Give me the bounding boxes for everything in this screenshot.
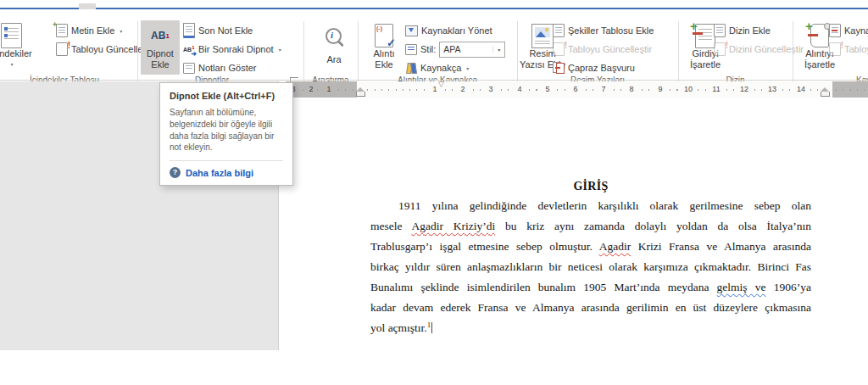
toc-button[interactable]: İçindekiler ▾ [0,20,44,75]
chevron-down-icon: ▾ [120,28,122,34]
insert-footnote-button[interactable]: AB1 Dipnot Ekle [141,20,180,75]
update-table-icon: ! [829,42,841,56]
tooltip-link-label: Daha fazla bilgi [186,168,253,178]
toc-button-label: İçindekiler [0,48,32,59]
insert-table-of-authorities-label: Kaynakça Tablosu Ekle [844,25,868,36]
footnote-icon: AB1 [151,23,170,48]
update-table-icon: ! [56,42,68,56]
first-line-indent-marker[interactable]: ▽ [438,80,444,88]
manage-sources-icon [405,25,418,36]
left-indent-marker[interactable] [356,92,365,97]
table-of-figures-icon [553,24,565,37]
insert-index-icon [714,24,726,37]
ruler-number: 14 [796,85,806,94]
insert-endnote-button[interactable]: Son Not Ekle [183,23,253,38]
insert-endnote-label: Son Not Ekle [198,25,253,36]
add-text-label: Metin Ekle [71,25,114,36]
insert-citation-button[interactable]: (-)✓ Alıntı Ekle [364,20,403,75]
insert-caption-label-1: Resim [529,48,555,59]
text-cursor [431,322,432,333]
insert-caption-icon [531,23,554,48]
insert-citation-label-2: Ekle [375,59,392,70]
ruler-number: 4 [515,85,525,94]
insert-table-of-authorities-button[interactable]: Kaynakça Tablosu Ekle [829,23,868,38]
mark-entry-label-2: İşaretle [690,59,721,70]
references-ribbon: İçindekiler ▾ + Metin Ekle ▾ ! Tabloyu G… [0,9,868,81]
next-footnote-button[interactable]: AB1➜ Bir Sonraki Dipnot ▾ [183,42,281,57]
document-paragraph[interactable]: 1911 yılına gelindiğinde devletlerin kar… [370,196,811,338]
insert-footnote-label-1: Dipnot [147,48,174,59]
ruler-number: 2 [306,85,316,94]
mark-citation-icon: + [810,23,829,48]
mark-citation-label-2: İşaretle [804,59,835,70]
tab-remnant [79,3,96,9]
search-label: Ara [326,54,341,65]
show-notes-icon [183,63,195,74]
update-index-button: ! Dizini Güncelleştir [714,42,804,57]
style-label: Stil: [420,44,436,54]
cross-reference-button[interactable]: Çapraz Başvuru [553,60,635,75]
footnote-tooltip: Dipnot Ekle (Alt+Ctrl+F) Sayfanın alt bö… [159,82,293,186]
ruler-number: 1 [324,85,334,94]
ruler-number: 10 [683,85,693,94]
table-of-authorities-icon [829,24,841,37]
horizontal-ruler[interactable]: 3 2 1 1 2 3 4 5 6 7 8 9 10 11 12 13 14 ▽ [286,81,868,98]
insert-endnote-icon [183,23,195,38]
document-line[interactable]: yol açmıştır.1 [370,318,811,338]
right-indent-marker[interactable] [821,92,830,97]
ruler-number: 7 [598,85,609,94]
manage-sources-button[interactable]: Kaynakları Yönet [405,23,492,38]
update-table-icon: ! [553,42,565,56]
insert-citation-icon: (-)✓ [375,23,393,48]
document-heading[interactable]: GİRİŞ [370,180,811,193]
update-table-icon: ! [714,42,726,56]
citation-style-value: APA [440,44,492,54]
document-line[interactable]: Trablusgarp’ı işgal etmesine sebep olmuş… [370,237,811,257]
bibliography-icon [405,63,417,73]
ruler-number: 2 [458,85,468,94]
document-line-text[interactable]: yol açmıştır. [370,321,427,334]
ruler-number: 12 [739,85,749,94]
add-text-button[interactable]: + Metin Ekle ▾ [56,23,122,38]
insert-footnote-label-2: Ekle [151,59,169,70]
show-notes-button[interactable]: Notları Göster [183,60,256,75]
footnote-reference[interactable]: 1 [427,321,431,329]
dropdown-arrow-icon: ▾ [492,47,504,53]
table-of-figures-label: Şekiller Tablosu Ekle [568,25,654,36]
insert-table-of-figures-button[interactable]: Şekiller Tablosu Ekle [553,23,654,38]
search-button[interactable]: i Ara [312,20,356,75]
manage-sources-label: Kaynakları Yönet [421,25,492,36]
toc-icon [1,23,22,48]
update-authorities-label: Tabloyu Güncelleştir [844,44,868,54]
tooltip-help-link[interactable]: ? Daha fazla bilgi [170,167,283,178]
next-footnote-label: Bir Sonraki Dipnot [198,44,274,54]
ribbon-bottom-border [0,80,868,81]
ruler-ticks [836,89,868,91]
search-icon: i [324,25,344,51]
style-icon [405,44,417,55]
document-line[interactable]: Bunalımı şeklinde isimlendirilen bunalım… [370,277,811,298]
chevron-down-icon: ▾ [279,47,281,53]
citation-style-select[interactable]: APA ▾ [439,42,505,58]
next-footnote-icon: AB1➜ [183,45,195,53]
ruler-number: 11 [711,85,721,94]
tooltip-divider [170,160,283,161]
bibliography-button[interactable]: Kaynakça ▾ [405,60,469,75]
document-line[interactable]: birkaç yıldır süren anlaşmazlıkların bir… [370,257,811,277]
ruler-number: 13 [767,85,777,94]
style-row: Stil: APA ▾ [405,42,505,57]
tooltip-body: Sayfanın alt bölümüne, belgenizdeki bir … [170,107,283,153]
insert-citation-label-1: Alıntı [373,48,394,59]
chevron-down-icon: ▾ [10,59,13,70]
help-icon: ? [170,167,181,178]
ruler-number: 5 [542,85,553,94]
document-line[interactable]: 1911 yılına gelindiğinde devletlerin kar… [370,196,811,216]
cross-reference-icon [553,62,565,74]
mark-entry-icon: + [695,23,715,48]
document-line[interactable]: kadar devam ederek Fransa ve Almanya ara… [370,298,811,318]
ruler-number: 6 [570,85,581,94]
tooltip-title: Dipnot Ekle (Alt+Ctrl+F) [170,91,283,101]
document-line[interactable]: mesele Agadir Kriziy’di bu kriz aynı zam… [370,216,811,237]
insert-index-button[interactable]: Dizin Ekle [714,23,771,38]
update-figures-table-button: ! Tabloyu Güncelleştir [553,42,652,57]
